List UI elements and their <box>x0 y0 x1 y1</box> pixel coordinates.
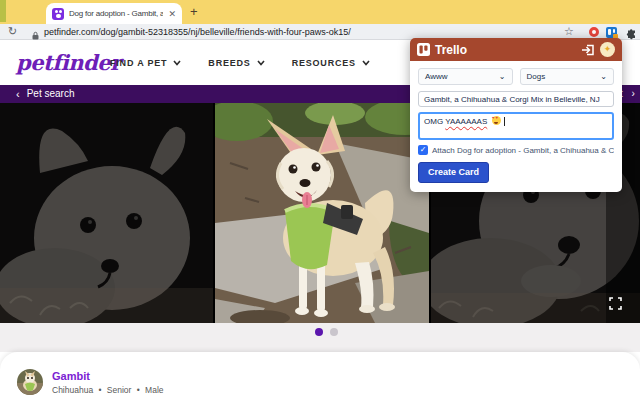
trello-popup-body: Awww ⌄ Dogs ⌄ Gambit, a Chihuahua & Corg… <box>410 61 622 192</box>
trello-popup-title: Trello <box>435 43 576 57</box>
user-avatar[interactable]: ✦ <box>600 42 615 57</box>
tab-strip: Dog for adoption - Gambit, a C ✕ + <box>0 0 640 24</box>
browser-window: Dog for adoption - Gambit, a C ✕ + ↻ pet… <box>0 0 640 400</box>
carousel-dots <box>0 323 640 352</box>
chevron-down-icon: ⌄ <box>499 72 506 81</box>
main-nav: FIND A PET BREEDS RESOURCES <box>110 41 370 85</box>
chevron-down-icon: ⌄ <box>600 72 607 81</box>
sign-out-icon[interactable] <box>581 44 595 56</box>
tab-close-icon[interactable]: ✕ <box>168 9 176 19</box>
fullscreen-icon[interactable] <box>609 296 622 314</box>
trello-popup: Trello ✦ Awww ⌄ Dogs ⌄ Gambit, a C <box>410 38 622 192</box>
browser-tab[interactable]: Dog for adoption - Gambit, a C ✕ <box>46 3 182 24</box>
bookmark-star-icon[interactable]: ☆ <box>564 25 574 38</box>
carousel-dot-active[interactable] <box>315 328 323 336</box>
card-title-input[interactable]: Gambit, a Chihuahua & Corgi Mix in Belle… <box>418 91 614 107</box>
text-caret <box>504 117 505 126</box>
attach-checkbox-row[interactable]: ✓ Attach Dog for adoption - Gambit, a Ch… <box>418 145 614 155</box>
list-select-value: Dogs <box>527 72 546 81</box>
carousel-photo-previous[interactable] <box>0 103 213 323</box>
pet-summary-card: Gambit Chihuahua • Senior • Male <box>0 352 640 400</box>
theme-accent <box>0 0 6 22</box>
next-button-fragment[interactable]: t › <box>620 88 638 99</box>
attach-label: Attach Dog for adoption - Gambit, a Chih… <box>432 146 614 155</box>
reload-icon[interactable]: ↻ <box>8 25 17 38</box>
trello-popup-header: Trello ✦ <box>410 38 622 61</box>
board-select[interactable]: Awww ⌄ <box>418 68 513 85</box>
extension-icon-red[interactable] <box>589 27 599 37</box>
attach-checkbox-checked[interactable]: ✓ <box>418 145 428 155</box>
chevron-down-icon <box>173 60 181 66</box>
pet-avatar[interactable] <box>17 369 43 395</box>
list-select[interactable]: Dogs ⌄ <box>520 68 615 85</box>
back-chevron-icon: ‹ <box>16 89 20 99</box>
petfinder-favicon <box>52 8 64 20</box>
trello-logo-icon <box>417 43 430 56</box>
pet-name[interactable]: Gambit <box>52 370 90 382</box>
trello-extension-icon[interactable] <box>606 27 617 38</box>
chevron-down-icon <box>257 60 265 66</box>
carousel-photo-current[interactable] <box>215 103 429 323</box>
nav-resources[interactable]: RESOURCES <box>292 58 370 68</box>
tab-title: Dog for adoption - Gambit, a C <box>69 9 163 18</box>
back-label: Pet search <box>27 88 75 99</box>
board-select-value: Awww <box>425 72 448 81</box>
card-description-textarea[interactable]: OMG YAAAAAAS <box>418 112 614 140</box>
petfinder-logo[interactable]: petfinder <box>16 50 121 75</box>
back-to-pet-search[interactable]: ‹ Pet search <box>16 88 74 99</box>
pet-meta: Chihuahua • Senior • Male <box>52 385 164 395</box>
chevron-down-icon <box>362 60 370 66</box>
heart-eyes-emoji <box>492 116 501 125</box>
create-card-button[interactable]: Create Card <box>418 162 489 183</box>
description-prefix: OMG <box>424 117 443 126</box>
nav-breeds[interactable]: BREEDS <box>208 58 264 68</box>
description-misspelled-word: YAAAAAAS <box>445 117 487 126</box>
new-tab-button[interactable]: + <box>190 4 198 19</box>
nav-find-a-pet[interactable]: FIND A PET <box>110 58 181 68</box>
url-text[interactable]: petfinder.com/dog/gambit-52318355/nj/bel… <box>44 27 351 37</box>
carousel-dot[interactable] <box>330 328 338 336</box>
